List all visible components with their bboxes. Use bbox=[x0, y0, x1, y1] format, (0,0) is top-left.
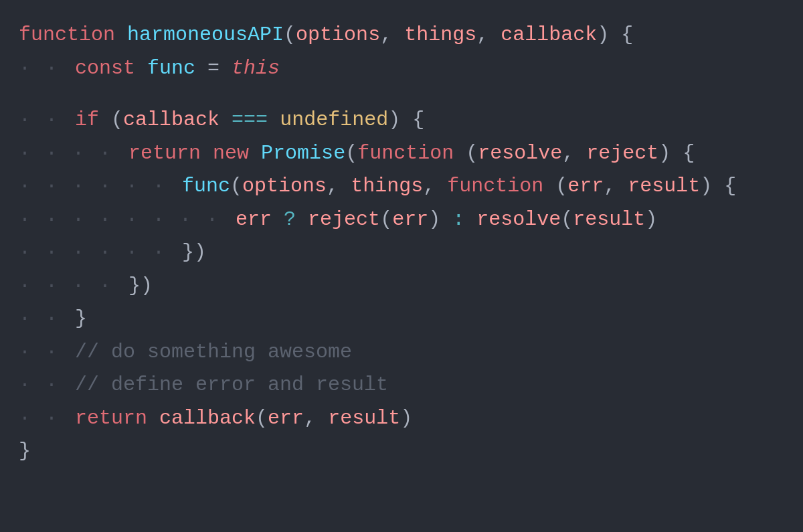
code-line-7: · · · · · · · · err ? reject(err) : reso… bbox=[13, 203, 790, 237]
function-name: harmoneousAPI bbox=[127, 19, 284, 52]
keyword-this: this bbox=[232, 52, 280, 86]
code-editor: function harmoneousAPI(options, things, … bbox=[0, 0, 803, 532]
code-line-9: · · · · }) bbox=[13, 270, 790, 303]
code-line-4: · · if (callback === undefined) { bbox=[13, 104, 790, 137]
code-line-6: · · · · · · func(options, things, functi… bbox=[13, 170, 790, 203]
class-promise: Promise bbox=[261, 137, 345, 171]
keyword-return: return bbox=[128, 137, 201, 171]
code-line-1: function harmoneousAPI(options, things, … bbox=[13, 19, 790, 52]
code-line-10: · · } bbox=[13, 302, 790, 336]
keyword-const: const bbox=[75, 52, 135, 86]
code-line-12: · · // define error and result bbox=[13, 369, 790, 402]
code-line-5: · · · · return new Promise(function (res… bbox=[13, 137, 790, 171]
var-func: func bbox=[147, 52, 195, 86]
comment-1: // do something awesome bbox=[75, 336, 352, 369]
keyword-function: function bbox=[19, 19, 115, 52]
keyword-return-2: return bbox=[75, 402, 147, 436]
code-line-13: · · return callback(err, result) bbox=[13, 402, 790, 436]
keyword-if: if bbox=[75, 104, 99, 137]
keyword-new: new bbox=[213, 137, 249, 171]
code-line-11: · · // do something awesome bbox=[13, 336, 790, 369]
code-line-2: · · const func = this bbox=[13, 52, 790, 86]
code-line-8: · · · · · · }) bbox=[13, 236, 790, 270]
comment-2: // define error and result bbox=[75, 369, 388, 402]
keyword-undefined: undefined bbox=[280, 104, 388, 137]
code-line-14: } bbox=[13, 435, 790, 468]
call-func: func bbox=[182, 170, 230, 203]
empty-line bbox=[13, 85, 790, 104]
